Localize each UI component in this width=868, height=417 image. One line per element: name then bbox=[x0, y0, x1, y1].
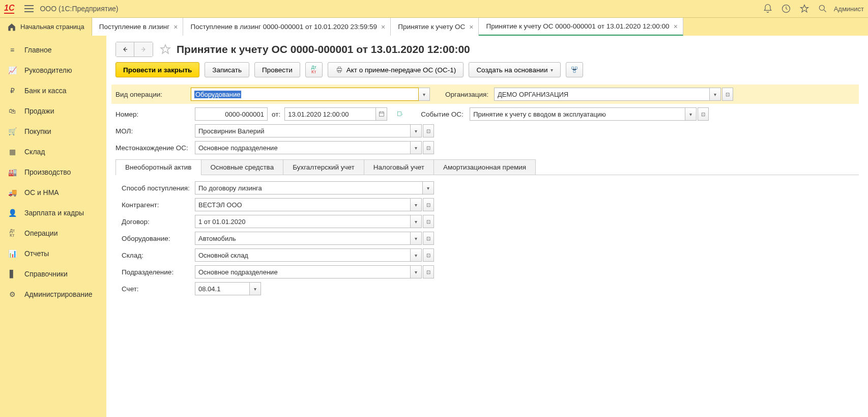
sub-tabs: Внеоборотный актив Основные средства Бух… bbox=[115, 159, 859, 175]
open-icon[interactable]: ⊡ bbox=[423, 124, 434, 137]
org-field[interactable]: ДЕМО ОРГАНИЗАЦИЯ bbox=[494, 88, 710, 101]
post-close-button[interactable]: Провести и закрыть bbox=[115, 62, 199, 77]
subtab-accounting[interactable]: Бухгалтерский учет bbox=[283, 159, 364, 175]
sidebar-item-sales[interactable]: 🛍Продажи bbox=[0, 101, 106, 121]
subtab-tax[interactable]: Налоговый учет bbox=[364, 159, 434, 175]
star-icon[interactable] bbox=[798, 3, 811, 15]
dropdown-icon[interactable]: ▾ bbox=[411, 248, 422, 262]
sidebar-item-reports[interactable]: 📊Отчеты bbox=[0, 243, 106, 264]
dtkt-icon: ДтКт bbox=[7, 228, 17, 238]
dropdown-icon[interactable]: ▾ bbox=[419, 88, 430, 101]
op-field[interactable]: Оборудование bbox=[191, 88, 419, 101]
sidebar-item-payroll[interactable]: 👤Зарплата и кадры bbox=[0, 203, 106, 223]
dept-field[interactable]: Основное подразделение bbox=[195, 265, 411, 279]
open-icon[interactable]: ⊡ bbox=[423, 141, 434, 154]
open-icon[interactable]: ⊡ bbox=[423, 232, 434, 245]
sidebar-item-assets[interactable]: 🚚ОС и НМА bbox=[0, 182, 106, 203]
dropdown-icon[interactable]: ▾ bbox=[411, 232, 422, 245]
dropdown-icon[interactable]: ▾ bbox=[411, 265, 422, 279]
loc-label: Местонахождение ОС: bbox=[115, 144, 195, 152]
dropdown-icon[interactable]: ▾ bbox=[710, 88, 721, 101]
favorite-button[interactable] bbox=[158, 42, 172, 57]
list-icon: ≡ bbox=[7, 45, 17, 55]
store-field[interactable]: Основной склад bbox=[195, 248, 411, 262]
truck-icon: 🚚 bbox=[7, 187, 17, 198]
sidebar-item-manager[interactable]: 📈Руководителю bbox=[0, 60, 106, 80]
mol-field[interactable]: Просвирнин Валерий bbox=[195, 124, 411, 137]
sidebar-item-admin[interactable]: ⚙Администрирование bbox=[0, 284, 106, 304]
dropdown-icon[interactable]: ▾ bbox=[250, 282, 261, 295]
dtkt-button[interactable]: ДтКт bbox=[305, 62, 323, 77]
logo-1c: 1C bbox=[4, 4, 14, 14]
close-icon[interactable]: × bbox=[674, 22, 678, 31]
method-field[interactable]: По договору лизинга bbox=[195, 181, 423, 194]
mode-icon[interactable] bbox=[394, 107, 406, 121]
history-icon[interactable] bbox=[780, 3, 792, 15]
tab-2[interactable]: Принятие к учету ОС× bbox=[391, 18, 479, 36]
subtab-fixed[interactable]: Основные средства bbox=[201, 159, 284, 175]
date-field[interactable]: 13.01.2020 12:00:00 bbox=[284, 107, 376, 121]
dropdown-icon[interactable]: ▾ bbox=[411, 198, 422, 211]
store-label: Склад: bbox=[122, 252, 195, 259]
gear-icon: ⚙ bbox=[7, 289, 17, 299]
chart-icon: 📈 bbox=[7, 65, 17, 75]
bell-icon[interactable] bbox=[762, 3, 774, 15]
save-button[interactable]: Записать bbox=[205, 62, 249, 77]
search-icon[interactable] bbox=[817, 3, 829, 15]
sidebar-item-warehouse[interactable]: ▦Склад bbox=[0, 142, 106, 162]
cart-icon: 🛒 bbox=[7, 126, 17, 136]
open-icon[interactable]: ⊡ bbox=[423, 198, 434, 211]
bars-icon: 📊 bbox=[7, 248, 17, 259]
close-icon[interactable]: × bbox=[469, 23, 473, 31]
open-icon[interactable]: ⊡ bbox=[423, 248, 434, 262]
dropdown-icon[interactable]: ▾ bbox=[411, 124, 422, 137]
open-icon[interactable]: ⊡ bbox=[698, 107, 709, 121]
equip-field[interactable]: Автомобиль bbox=[195, 232, 411, 245]
sidebar-item-purchases[interactable]: 🛒Покупки bbox=[0, 121, 106, 142]
nav-forward-button[interactable] bbox=[134, 42, 153, 57]
dropdown-icon[interactable]: ▾ bbox=[411, 141, 422, 154]
print-button[interactable]: Акт о приеме-передаче ОС (ОС-1) bbox=[328, 62, 464, 77]
subtab-amort[interactable]: Амортизационная премия bbox=[433, 159, 536, 175]
dropdown-icon[interactable]: ▾ bbox=[423, 181, 434, 194]
dropdown-icon[interactable]: ▾ bbox=[685, 107, 697, 121]
dropdown-icon[interactable]: ▾ bbox=[411, 215, 422, 228]
home-tab-label: Начальная страница bbox=[20, 23, 84, 31]
counter-field[interactable]: ВЕСТЭЛ ООО bbox=[195, 198, 411, 211]
sidebar-item-bank[interactable]: ₽Банк и касса bbox=[0, 80, 106, 101]
user-label: Админист bbox=[834, 5, 864, 13]
close-icon[interactable]: × bbox=[381, 23, 385, 31]
boxes-icon: ▦ bbox=[7, 147, 17, 157]
menu-icon[interactable] bbox=[24, 5, 34, 12]
event-field[interactable]: Принятие к учету с вводом в эксплуатацию bbox=[470, 107, 685, 121]
close-icon[interactable]: × bbox=[173, 23, 178, 31]
sidebar-item-catalogs[interactable]: ▋Справочники bbox=[0, 264, 106, 284]
tab-1[interactable]: Поступление в лизинг 0000-000001 от 10.0… bbox=[183, 18, 391, 36]
tab-3[interactable]: Принятие к учету ОС 0000-000001 от 13.01… bbox=[479, 18, 683, 36]
contract-field[interactable]: 1 от 01.01.2020 bbox=[195, 215, 411, 228]
svg-rect-3 bbox=[338, 67, 340, 69]
open-icon[interactable]: ⊡ bbox=[423, 265, 434, 279]
create-based-button[interactable]: Создать на основании bbox=[469, 62, 561, 77]
loc-field[interactable]: Основное подразделение bbox=[195, 141, 411, 154]
book-icon: ▋ bbox=[7, 269, 17, 279]
num-field[interactable]: 0000-000001 bbox=[195, 107, 268, 121]
org-label: Организация: bbox=[445, 91, 494, 98]
subtab-asset[interactable]: Внеоборотный актив bbox=[115, 159, 201, 175]
acct-field[interactable]: 08.04.1 bbox=[195, 282, 250, 295]
svg-rect-5 bbox=[572, 67, 574, 69]
open-icon[interactable]: ⊡ bbox=[423, 215, 434, 228]
open-icon[interactable]: ⊡ bbox=[722, 88, 733, 101]
post-button[interactable]: Провести bbox=[254, 62, 300, 77]
tab-0[interactable]: Поступление в лизинг× bbox=[92, 18, 184, 36]
op-label: Вид операции: bbox=[115, 91, 191, 98]
sidebar-item-operations[interactable]: ДтКтОперации bbox=[0, 223, 106, 243]
titlebar: 1C ООО (1С:Предприятие) Админист bbox=[0, 0, 868, 17]
nav-back-button[interactable] bbox=[116, 42, 134, 57]
sidebar-item-production[interactable]: 🏭Производство bbox=[0, 162, 106, 182]
sidebar: ≡Главное 📈Руководителю ₽Банк и касса 🛍Пр… bbox=[0, 36, 106, 417]
structure-button[interactable] bbox=[566, 62, 583, 77]
sidebar-item-main[interactable]: ≡Главное bbox=[0, 40, 106, 60]
home-tab[interactable]: Начальная страница bbox=[0, 18, 92, 36]
calendar-icon[interactable] bbox=[376, 107, 387, 121]
